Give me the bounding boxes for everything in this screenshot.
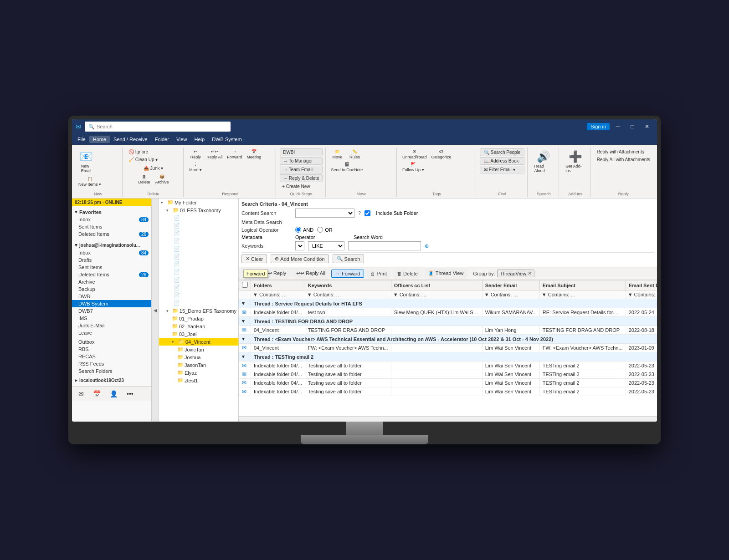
- print-button[interactable]: 🖨 Print: [366, 270, 391, 278]
- to-manager-quickstep[interactable]: → To Manager: [280, 157, 322, 165]
- select-all-checkbox[interactable]: [242, 282, 248, 288]
- menu-help[interactable]: Help: [191, 136, 209, 143]
- expand-thread2-icon[interactable]: ▾: [242, 318, 245, 324]
- reply-button[interactable]: ↩ Reply: [187, 148, 204, 160]
- expand-thread4-icon[interactable]: ▾: [242, 354, 245, 359]
- remove-group-icon[interactable]: ✕: [528, 270, 532, 276]
- tree-item-sub11[interactable]: 📄: [159, 291, 238, 299]
- filter-sent-input[interactable]: [657, 291, 657, 298]
- reply-all-email-button[interactable]: ↩↩ Reply All: [292, 269, 329, 278]
- tree-item-sub7[interactable]: 📄: [159, 260, 238, 268]
- tree-item-sub6[interactable]: 📄: [159, 253, 238, 260]
- close-button[interactable]: ✕: [641, 122, 653, 132]
- and-radio[interactable]: [295, 227, 301, 233]
- tree-item-sub10[interactable]: 📄: [159, 284, 238, 291]
- search-people-button[interactable]: 🔍 Search People: [480, 148, 524, 156]
- localoutlook-header[interactable]: ▸ localoutlook19Oct23: [72, 377, 151, 384]
- and-radio-item[interactable]: AND: [295, 227, 313, 233]
- move-button[interactable]: 📁 Move: [329, 148, 346, 160]
- tree-item-elyaz[interactable]: 📁 Elyaz: [159, 369, 238, 377]
- tree-item-jasontan[interactable]: 📁 JasonTan: [159, 361, 238, 369]
- horizontal-scrollbar[interactable]: [239, 416, 657, 422]
- email-row-5[interactable]: ✉ Indexable folder 04/... Testing save a…: [239, 370, 657, 379]
- reply-all-attachments-button[interactable]: Reply All with Attachments: [595, 156, 652, 163]
- filter-keywords-input[interactable]: [336, 291, 391, 298]
- sidebar-item-inbox[interactable]: Inbox 84: [72, 249, 151, 256]
- sidebar-item-leave[interactable]: Leave: [72, 329, 151, 336]
- account-header[interactable]: ▾ joshua@i-imaginationsolu...: [72, 241, 151, 249]
- filter-subject-input[interactable]: [570, 291, 626, 298]
- menu-file[interactable]: File: [74, 136, 89, 143]
- categorize-button[interactable]: 🏷 Categorize: [430, 148, 453, 160]
- rules-button[interactable]: 📏 Rules: [347, 148, 363, 160]
- tree-item-sub5[interactable]: 📄: [159, 245, 238, 253]
- search-bar[interactable]: 🔍: [85, 122, 231, 132]
- people-nav-button[interactable]: 👤: [107, 388, 120, 399]
- tree-item-sub4[interactable]: 📄: [159, 237, 238, 245]
- include-subfolder-checkbox[interactable]: [364, 210, 370, 216]
- menu-home[interactable]: Home: [89, 136, 110, 143]
- dwb-quickstep[interactable]: DWB!: [280, 148, 322, 156]
- col-officers[interactable]: Officers cc List: [391, 280, 482, 290]
- address-book-button[interactable]: 📖 Address Book: [480, 157, 524, 165]
- unread-read-button[interactable]: ✉ Unread/Read: [400, 148, 429, 160]
- menu-view[interactable]: View: [173, 136, 191, 143]
- sidebar-item-dwb-system[interactable]: DWB System: [72, 300, 151, 307]
- ignore-button[interactable]: 🚫 Ignore: [126, 148, 150, 155]
- sign-in-button[interactable]: Sign in: [587, 123, 610, 130]
- tree-item-sub3[interactable]: 📄: [159, 229, 238, 237]
- thread-view-button[interactable]: 🧵 Thread View: [424, 269, 467, 278]
- email-row-3[interactable]: ✉ 04_Vincent FW: <Exam Voucher> AWS Tech…: [239, 344, 657, 352]
- add-condition-button[interactable]: ⊕ Add More Condition: [271, 255, 329, 263]
- create-new-quickstep[interactable]: + Create New: [280, 183, 322, 190]
- collapse-sidebar-button[interactable]: ◀: [152, 199, 159, 422]
- tree-item-ztest1[interactable]: 📁 ztest1: [159, 377, 238, 384]
- or-radio-item[interactable]: OR: [317, 227, 333, 233]
- more-nav-button[interactable]: •••: [124, 388, 136, 399]
- tree-item-sub9[interactable]: 📄: [159, 276, 238, 284]
- new-items-button[interactable]: 📋 New Items ▾: [77, 176, 103, 188]
- sidebar-item-inbox-fav[interactable]: Inbox 84: [72, 216, 151, 223]
- menu-send-receive[interactable]: Send / Receive: [110, 136, 151, 143]
- forward-ribbon-button[interactable]: → Forward: [225, 148, 244, 160]
- mail-nav-button[interactable]: ✉: [76, 388, 87, 399]
- email-row-2[interactable]: ✉ 04_Vincent TESTING FOR DRAG AND DROP L…: [239, 326, 657, 335]
- tree-item-efs[interactable]: ▾ 📁 01 EFS Taxonomy: [159, 206, 238, 214]
- delete-button[interactable]: 🗑 Delete: [136, 173, 153, 185]
- email-row-6[interactable]: ✉ Indexable folder 04/... Testing save a…: [239, 379, 657, 387]
- col-sender[interactable]: Sender Email: [482, 280, 539, 290]
- tree-item-jovictan[interactable]: 📁 JovicTan: [159, 346, 238, 353]
- filter-folders-input[interactable]: [282, 291, 305, 298]
- restore-button[interactable]: □: [626, 122, 639, 132]
- sidebar-item-deleted-fav[interactable]: Deleted Items 26: [72, 230, 151, 238]
- team-email-quickstep[interactable]: → Team Email: [280, 166, 322, 173]
- content-search-select[interactable]: [295, 209, 354, 218]
- tree-item-sub2[interactable]: 📄: [159, 222, 238, 229]
- email-row-4[interactable]: ✉ Indexable folder 04/... Testing save a…: [239, 361, 657, 370]
- reply-attachments-button[interactable]: Reply with Attachments: [595, 148, 652, 155]
- sidebar-item-junk[interactable]: Junk E-Mail: [72, 322, 151, 329]
- expand-thread1-icon[interactable]: ▾: [242, 300, 245, 306]
- sidebar-item-dwb7[interactable]: DWB7: [72, 307, 151, 315]
- tree-item-vincent[interactable]: ▾ 📁 04_Vincent: [159, 338, 238, 346]
- sidebar-item-recas[interactable]: RECAS: [72, 353, 151, 360]
- tree-item-pradap[interactable]: 📁 01_Pradap: [159, 315, 238, 322]
- read-aloud-button[interactable]: 🔊 Read Aloud: [531, 148, 556, 175]
- favorites-header[interactable]: ▾ Favorites: [72, 208, 151, 216]
- tree-item-sub12[interactable]: 📄: [159, 299, 238, 307]
- tree-item-sub1[interactable]: 📄: [159, 214, 238, 222]
- reply-delete-quickstep[interactable]: → Reply & Delete: [280, 174, 322, 182]
- sidebar-item-rbs[interactable]: RBS: [72, 346, 151, 353]
- tree-item-joel[interactable]: 📁 03_Joel: [159, 330, 238, 338]
- sidebar-item-deleted[interactable]: Deleted Items 26: [72, 271, 151, 278]
- tree-item-sub8[interactable]: 📄: [159, 268, 238, 276]
- junk-button[interactable]: 📥 Junk ▾: [141, 165, 166, 172]
- archive-button[interactable]: 📦 Archive: [154, 173, 171, 185]
- tree-item-yanhao[interactable]: 📁 02_YanHao: [159, 322, 238, 330]
- col-check[interactable]: [239, 280, 251, 290]
- search-word-input[interactable]: [348, 241, 421, 250]
- meeting-button[interactable]: 📅 Meeting: [245, 148, 263, 160]
- filter-officers-input[interactable]: [422, 291, 482, 298]
- email-row-7[interactable]: ✉ Indexable folder 04/... Testing save a…: [239, 387, 657, 396]
- filter-sender-input[interactable]: [513, 291, 539, 298]
